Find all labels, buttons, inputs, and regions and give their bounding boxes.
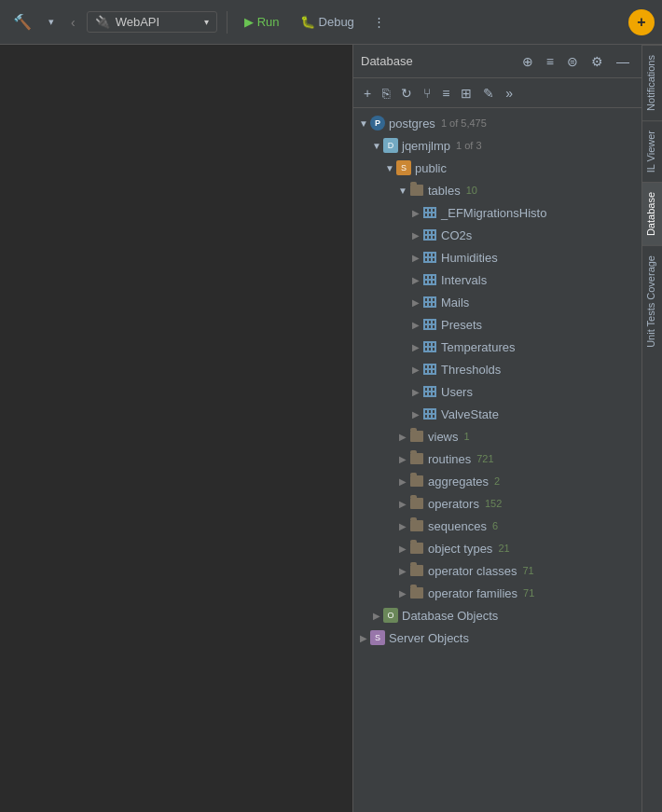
aggregates-badge: 2 (494, 475, 500, 487)
tab-notifications[interactable]: Notifications (642, 45, 662, 120)
tree-item-database-objects[interactable]: ▶ O Database Objects (353, 604, 641, 626)
main-layout: Database ⊕ ≡ ⊜ ⚙ — + ⎘ (0, 45, 662, 812)
sequences-folder-icon (409, 518, 424, 533)
more-toolbar-button[interactable]: » (501, 83, 517, 103)
branch-icon: ⑂ (423, 86, 431, 101)
expand-users-icon: ▶ (409, 385, 422, 398)
tree-item-tables[interactable]: ▼ tables 10 (353, 179, 641, 201)
tree-item-efmigrations[interactable]: ▶ _EFMigrationsHisto (353, 201, 641, 224)
notifications-button[interactable]: + (628, 9, 655, 35)
hammer-button[interactable]: 🔨 (7, 9, 37, 34)
gear-icon: ⚙ (591, 54, 603, 69)
tree-item-server-objects[interactable]: ▶ S Server Objects (353, 626, 641, 649)
debug-icon: 🐛 (300, 15, 315, 29)
sequences-badge: 6 (492, 520, 498, 531)
panel-toolbar: + ⎘ ↻ ⑂ ≡ ⊞ ✎ » (353, 78, 641, 108)
tree-item-intervals[interactable]: ▶ Intervals (353, 268, 641, 291)
operators-label: operators (428, 497, 479, 511)
branch-button[interactable]: ⑂ (419, 83, 435, 103)
debug-button[interactable]: 🐛 Debug (293, 11, 362, 33)
schema-icon: ≡ (442, 86, 449, 101)
project-label: WebAPI (116, 15, 159, 29)
tree-item-postgres[interactable]: ▼ P postgres 1 of 5,475 (353, 112, 641, 134)
tree-item-aggregates[interactable]: ▶ aggregates 2 (353, 470, 641, 492)
expand-thresholds-icon: ▶ (409, 363, 422, 376)
views-badge: 1 (464, 431, 470, 442)
tree-item-object-types[interactable]: ▶ object types 21 (353, 537, 641, 559)
close-panel-button[interactable]: — (612, 51, 634, 72)
gear-button[interactable]: ⚙ (586, 51, 608, 72)
expand-valvestate-icon: ▶ (409, 407, 422, 420)
table-view-button[interactable]: ⊞ (456, 83, 476, 103)
copy-button[interactable]: ⎘ (378, 83, 394, 103)
expand-server-objects-icon: ▶ (357, 631, 370, 644)
filter-icon: ≡ (546, 54, 554, 69)
tab-il-viewer[interactable]: IL Viewer (642, 120, 662, 182)
expand-routines-icon: ▶ (396, 452, 409, 465)
expand-mails-icon: ▶ (409, 296, 422, 309)
jqemjlmp-icon: D (383, 138, 398, 153)
tree-item-thresholds[interactable]: ▶ Thresholds (353, 358, 641, 380)
copy-icon: ⎘ (382, 86, 390, 101)
object-types-label: object types (428, 542, 492, 556)
co2s-label: CO2s (441, 228, 472, 242)
tree-item-users[interactable]: ▶ Users (353, 380, 641, 403)
more-options-button[interactable]: ⋮ (367, 11, 391, 33)
database-objects-label: Database Objects (402, 609, 498, 623)
operator-classes-badge: 71 (522, 565, 533, 576)
expand-aggregates-icon: ▶ (396, 475, 409, 488)
caret-button[interactable]: ▾ (43, 12, 60, 32)
tree-item-mails[interactable]: ▶ Mails (353, 291, 641, 313)
tree-item-operator-classes[interactable]: ▶ operator classes 71 (353, 559, 641, 582)
table-icon: ⊞ (461, 86, 472, 101)
tab-unit-tests-coverage[interactable]: Unit Tests Coverage (642, 245, 662, 357)
routines-badge: 721 (476, 453, 493, 464)
edit-button[interactable]: ✎ (478, 83, 499, 103)
globe-button[interactable]: ⊕ (517, 51, 538, 72)
humidities-label: Humidities (441, 251, 498, 265)
tree-item-co2s[interactable]: ▶ CO2s (353, 224, 641, 246)
caret-down-icon: ▾ (48, 16, 54, 28)
edit-icon: ✎ (483, 86, 494, 101)
expand-co2s-icon: ▶ (409, 228, 422, 241)
filter2-icon: ⊜ (567, 54, 578, 69)
tree-item-jqemjlmp[interactable]: ▼ D jqemjlmp 1 of 3 (353, 134, 641, 157)
tree-item-humidities[interactable]: ▶ Humidities (353, 246, 641, 268)
filter-button[interactable]: ≡ (542, 51, 559, 72)
tree-item-views[interactable]: ▶ views 1 (353, 425, 641, 447)
server-objects-icon: S (370, 630, 385, 645)
tree-item-sequences[interactable]: ▶ sequences 6 (353, 515, 641, 537)
expand-efmigrations-icon: ▶ (409, 206, 422, 219)
filter2-button[interactable]: ⊜ (562, 51, 583, 72)
tree-item-valvestate[interactable]: ▶ ValveState (353, 403, 641, 425)
tree-item-presets[interactable]: ▶ Presets (353, 313, 641, 336)
operator-classes-folder-icon (409, 563, 424, 578)
refresh-button[interactable]: ↻ (396, 83, 417, 103)
expand-operators-icon: ▶ (396, 497, 409, 510)
add-button[interactable]: + (359, 83, 376, 103)
schema-button[interactable]: ≡ (437, 83, 454, 103)
tree-item-temperatures[interactable]: ▶ Temperatures (353, 336, 641, 358)
expand-operator-families-icon: ▶ (396, 586, 409, 599)
expand-public-icon: ▼ (383, 161, 396, 174)
project-dropdown[interactable]: 🔌 WebAPI ▾ (87, 11, 217, 33)
expand-jqemjlmp-icon: ▼ (370, 139, 383, 152)
operators-folder-icon (409, 496, 424, 511)
tables-label: tables (428, 184, 461, 198)
run-label: Run (257, 15, 280, 29)
tree-item-routines[interactable]: ▶ routines 721 (353, 447, 641, 470)
back-icon: ‹ (71, 15, 76, 30)
back-button[interactable]: ‹ (65, 11, 81, 34)
tree-item-operators[interactable]: ▶ operators 152 (353, 492, 641, 515)
aggregates-label: aggregates (428, 475, 489, 489)
expand-tables-icon: ▼ (396, 184, 409, 197)
expand-temperatures-icon: ▶ (409, 340, 422, 353)
tree-item-operator-families[interactable]: ▶ operator families 71 (353, 582, 641, 604)
efmigrations-label: _EFMigrationsHisto (441, 206, 546, 220)
expand-postgres-icon: ▼ (357, 117, 370, 130)
thresholds-label: Thresholds (441, 363, 501, 377)
run-button[interactable]: ▶ Run (237, 11, 287, 33)
tab-database[interactable]: Database (642, 182, 662, 245)
expand-db-objects-icon: ▶ (370, 609, 383, 622)
tree-item-public[interactable]: ▼ S public (353, 157, 641, 179)
